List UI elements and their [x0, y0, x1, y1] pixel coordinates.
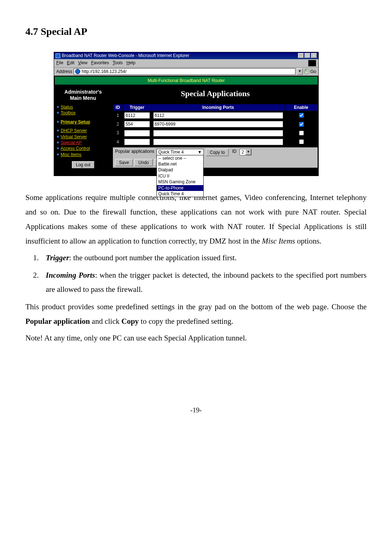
sidebar-item-virtual-server[interactable]: Virtual Server	[56, 134, 111, 140]
sidebar-item-dhcp[interactable]: DHCP Server	[56, 128, 111, 134]
table-row: 3	[113, 128, 318, 137]
incoming-input[interactable]	[153, 121, 283, 127]
sidebar-item-misc[interactable]: Misc Items	[56, 152, 111, 158]
go-arrow-icon: ↻	[304, 69, 309, 74]
sidebar-title: Administrator's Main Menu	[56, 87, 111, 104]
menu-bar: File Edit View Favorites Tools Help	[54, 59, 318, 68]
ie-icon	[56, 53, 60, 58]
address-input[interactable]: http://192.168.123.254/	[74, 68, 295, 75]
popular-option[interactable]: Battle.net	[157, 161, 203, 167]
address-url: http://192.168.123.254/	[82, 69, 126, 74]
go-label: Go	[310, 69, 316, 74]
incoming-input[interactable]	[153, 139, 283, 145]
predefined-paragraph: This product provides some predefined se…	[25, 300, 367, 329]
special-app-table: ID Trigger Incoming Ports Enable 1234	[113, 104, 318, 147]
chevron-down-icon: ▼	[197, 150, 202, 155]
action-button-row: Save Undo Help	[113, 158, 318, 168]
sidebar-item-special-ap[interactable]: Special AP	[56, 140, 111, 146]
id-select-value: 2	[240, 150, 245, 155]
page-title: Special Applications	[113, 85, 318, 103]
sidebar: Administrator's Main Menu Status Toolbox…	[54, 85, 112, 176]
incoming-input[interactable]	[153, 112, 283, 119]
menu-favorites[interactable]: Favorites	[91, 60, 109, 65]
undo-button[interactable]: Undo	[134, 159, 153, 166]
col-id: ID	[113, 104, 123, 111]
menu-edit[interactable]: Edit	[67, 60, 74, 65]
sidebar-item-access-control[interactable]: Access Control	[56, 146, 111, 151]
popular-select-listbox[interactable]: -- select one --Battle.netDialpadICU IIM…	[156, 155, 204, 197]
trigger-input[interactable]	[124, 139, 150, 145]
sidebar-item-status[interactable]: Status	[56, 104, 111, 110]
enable-checkbox[interactable]	[299, 139, 304, 144]
chevron-down-icon: ▼	[245, 149, 251, 155]
address-bar: Address http://192.168.123.254/ ▼ ↻ Go	[54, 68, 318, 76]
popular-option[interactable]: MSN Gaming Zone	[157, 179, 203, 185]
definition-list: Trigger: the outbound port number the ap…	[25, 251, 367, 297]
enable-checkbox[interactable]	[299, 122, 304, 127]
menu-help[interactable]: Help	[126, 60, 135, 65]
browser-window: Broadband NAT Router Web-Console - Micro…	[54, 52, 319, 176]
page-number: -19-	[25, 404, 367, 417]
incoming-input[interactable]	[153, 130, 283, 136]
popular-option[interactable]: ICU II	[157, 173, 203, 179]
address-dropdown-icon[interactable]: ▼	[297, 68, 303, 75]
trigger-input[interactable]	[124, 121, 150, 127]
table-row: 2	[113, 120, 318, 128]
minimize-icon[interactable]: _	[298, 53, 304, 58]
window-title: Broadband NAT Router Web-Console - Micro…	[62, 53, 189, 58]
web-page: Multi-Functional Broadband NAT Router Ad…	[54, 76, 318, 176]
trigger-input[interactable]	[124, 130, 150, 136]
id-label: ID	[232, 149, 236, 154]
popular-option[interactable]: Dialpad	[157, 167, 203, 173]
section-heading: 4.7 Special AP	[25, 22, 367, 41]
row-id: 3	[113, 128, 123, 137]
window-titlebar: Broadband NAT Router Web-Console - Micro…	[54, 52, 318, 59]
go-button[interactable]: ↻ Go	[304, 69, 316, 74]
trigger-input[interactable]	[124, 112, 150, 119]
table-row: 1	[113, 111, 318, 120]
note-paragraph: Note! At any time, only one PC can use e…	[25, 331, 367, 346]
col-enable: Enable	[285, 104, 318, 111]
row-id: 4	[113, 138, 123, 146]
close-icon[interactable]: ×	[311, 53, 317, 58]
sidebar-item-primary-setup[interactable]: Primary Setup	[56, 119, 111, 125]
banner: Multi-Functional Broadband NAT Router	[54, 76, 318, 85]
popular-apps-row: Popular applications Quick Time 4 ▼ -- s…	[113, 147, 318, 158]
popular-selected-value: Quick Time 4	[158, 150, 184, 155]
popular-select[interactable]: Quick Time 4 ▼	[156, 149, 204, 155]
popular-option[interactable]: PC-to-Phone	[157, 185, 203, 191]
main-panel: Special Applications ID Trigger Incoming…	[112, 85, 318, 170]
list-item: Trigger: the outbound port number the ap…	[41, 251, 367, 265]
sidebar-item-toolbox[interactable]: Toolbox	[56, 110, 111, 116]
list-item: Incoming Ports: when the trigger packet …	[41, 268, 367, 297]
menu-file[interactable]: File	[56, 60, 63, 65]
save-button[interactable]: Save	[115, 159, 133, 166]
logout-button[interactable]: Log out	[72, 161, 94, 168]
url-icon	[75, 69, 80, 74]
col-trigger: Trigger	[123, 104, 152, 111]
ms-logo-icon	[308, 60, 316, 66]
copy-to-button[interactable]: Copy to	[206, 149, 229, 156]
popular-option[interactable]: Quick Time 4	[157, 191, 203, 197]
menu-view[interactable]: View	[78, 60, 87, 65]
maximize-icon[interactable]: □	[305, 53, 310, 58]
menu-tools[interactable]: Tools	[113, 60, 123, 65]
intro-paragraph: Some applications require multiple conne…	[25, 191, 367, 249]
popular-option[interactable]: -- select one --	[157, 155, 203, 161]
col-incoming: Incoming Ports	[152, 104, 285, 111]
row-id: 2	[113, 120, 123, 128]
enable-checkbox[interactable]	[299, 131, 304, 135]
enable-checkbox[interactable]	[299, 113, 304, 118]
popular-label: Popular applications	[115, 149, 154, 154]
id-select[interactable]: 2 ▼	[240, 149, 252, 155]
row-id: 1	[113, 111, 123, 120]
address-label: Address	[56, 69, 72, 74]
table-row: 4	[113, 138, 318, 146]
